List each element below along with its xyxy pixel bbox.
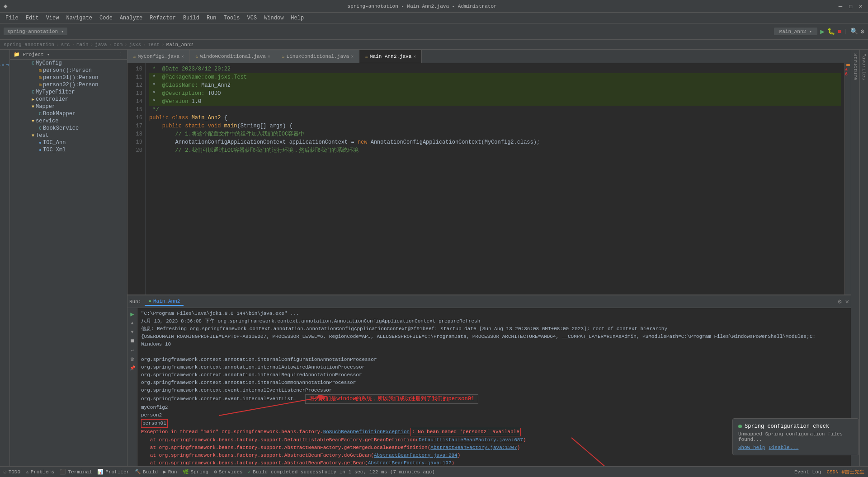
status-right: Event Log CSDN @吉士先生 — [794, 468, 864, 475]
tab-linuxconditional[interactable]: ☕ LinuxConditional.java ✕ — [276, 50, 359, 63]
breadcrumb-main[interactable]: main — [76, 42, 88, 47]
console-line-13: myConfig2 — [141, 404, 847, 412]
notification-disable[interactable]: Disable... — [769, 445, 798, 450]
notification-show-help[interactable]: Show help — [738, 445, 765, 450]
status-services[interactable]: ⚙ Services — [214, 469, 242, 475]
window-controls: — ☐ ✕ — [837, 2, 864, 10]
breadcrumb-com[interactable]: com — [113, 42, 123, 47]
left-sidebar: Proj — [0, 50, 10, 466]
wrap-button[interactable]: ↵ — [128, 346, 137, 354]
menu-vcs[interactable]: VCS — [244, 14, 261, 22]
project-panel: 📁 Project ▾ ⋮ C MyConfig m person():Pers… — [10, 50, 127, 466]
run-button[interactable]: ▶ — [820, 27, 825, 36]
status-run-btn[interactable]: ▶ Run — [163, 469, 177, 475]
tab-linuxconditional-icon: ☕ — [282, 54, 285, 60]
tree-item-person01[interactable]: m person01():Person — [10, 74, 127, 81]
status-problems[interactable]: ⚠ Problems — [26, 469, 54, 475]
maximize-button[interactable]: ☐ — [847, 2, 854, 10]
menu-analyze[interactable]: Analyze — [116, 14, 146, 22]
tree-item-test[interactable]: ▼ Test — [10, 132, 127, 139]
breadcrumb-src[interactable]: src — [61, 42, 70, 47]
clear-button[interactable]: 🗑 — [128, 355, 137, 363]
breadcrumb-class[interactable]: Main_Ann2 — [166, 42, 193, 47]
run-config-selector[interactable]: Main_Ann2 ▾ — [774, 28, 818, 35]
menu-tools[interactable]: Tools — [220, 14, 244, 22]
event-log-btn[interactable]: Event Log — [794, 468, 821, 475]
menu-view[interactable]: View — [42, 14, 63, 22]
run-config-tab[interactable]: ● Main_Ann2 — [145, 298, 184, 306]
status-spring[interactable]: 🌿 Spring — [183, 469, 209, 475]
toolbar: spring-annotation ▾ Main_Ann2 ▾ ▶ 🐛 ■ | … — [0, 23, 868, 40]
notification-popup: Spring configuration check Unmapped Spri… — [732, 418, 859, 455]
tree-item-iocxml[interactable]: ● IOC_Xml — [10, 146, 127, 154]
tab-mainann2[interactable]: ☕ Main_Ann2.java ✕ — [359, 50, 422, 63]
tree-item-iocann[interactable]: ● IOC_Ann — [10, 139, 127, 146]
close-button[interactable]: ✕ — [857, 2, 864, 10]
menu-file[interactable]: File — [2, 14, 22, 22]
console-line-11: org.springframework.context.event.intern… — [141, 387, 847, 394]
tab-myconfig2[interactable]: ☕ MyConfig2.java ✕ — [127, 50, 190, 63]
settings-button[interactable]: ⚙ — [861, 28, 864, 35]
menu-refactor[interactable]: Refactor — [146, 14, 179, 22]
tree-item-mytypefilter[interactable]: C MyTypeFilter — [10, 89, 127, 96]
breadcrumb-test[interactable]: Test — [148, 42, 160, 47]
stop-button[interactable]: ■ — [838, 28, 841, 35]
tab-windowconditional[interactable]: ☕ WindowConditional.java ✕ — [190, 50, 276, 63]
tree-item-bookservice[interactable]: C BookService — [10, 125, 127, 132]
menu-build[interactable]: Build — [179, 14, 203, 22]
console-line-1: "C:\Program Files\Java\jdk1.8.0_144\bin\… — [141, 310, 847, 318]
tree-item-person02[interactable]: m person02():Person — [10, 81, 127, 89]
search-button[interactable]: 🔍 — [850, 28, 858, 35]
stop-run-button[interactable]: ■ — [128, 337, 137, 345]
status-build[interactable]: 🔨 Build — [135, 469, 158, 475]
build-status-text: ✓ Build completed successfully in 1 sec,… — [248, 469, 435, 475]
pin-button[interactable]: 📌 — [128, 364, 137, 372]
code-line-19: AnnotationConfigApplicationContext appli… — [149, 138, 841, 146]
project-selector[interactable]: spring-annotation ▾ — [4, 28, 67, 35]
status-todo[interactable]: ☑ TODO — [4, 469, 20, 475]
code-line-14: * @Version 1.0 — [149, 98, 841, 106]
menu-run[interactable]: Run — [203, 14, 220, 22]
breadcrumb: spring-annotation › src › main › java › … — [0, 40, 868, 50]
project-icon[interactable]: Proj — [2, 51, 8, 79]
code-content[interactable]: * @Date 2023/8/12 20:22 * @PackageName:c… — [146, 63, 844, 295]
status-bar: ☑ TODO ⚠ Problems ⬛ Terminal 📊 Profiler … — [0, 466, 868, 477]
debug-button[interactable]: 🐛 — [827, 28, 835, 35]
bottom-settings-button[interactable]: ⚙ — [838, 298, 841, 305]
console-line-12: org.springframework.context.event.intern… — [141, 394, 847, 404]
console-line-3: 信息: Refreshing org.springframework.conte… — [141, 325, 847, 333]
menu-navigate[interactable]: Navigate — [62, 14, 96, 22]
minimize-button[interactable]: — — [837, 3, 844, 10]
structure-tab[interactable]: Structure — [851, 50, 859, 466]
breadcrumb-java[interactable]: java — [95, 42, 107, 47]
status-profiler[interactable]: 📊 Profiler — [97, 469, 129, 475]
bottom-close-button[interactable]: ✕ — [845, 298, 849, 305]
favorites-tab[interactable]: Favorites — [859, 50, 868, 466]
tree-item-person[interactable]: m person():Person — [10, 67, 127, 74]
menu-window[interactable]: Window — [260, 14, 287, 22]
menu-edit[interactable]: Edit — [22, 14, 42, 22]
tree-item-myconfig[interactable]: C MyConfig — [10, 60, 127, 67]
console-line-9: org.springframework.context.annotation.i… — [141, 371, 847, 379]
bottom-tab-bar: Run: ● Main_Ann2 ⚙ ✕ — [127, 295, 851, 308]
code-line-18: // 1.将这个配置文件中的组件加入我们的IOC容器中 — [149, 130, 841, 138]
tree-item-service[interactable]: ▼ service — [10, 117, 127, 125]
tree-item-mapper[interactable]: ▼ Mapper — [10, 103, 127, 110]
project-options-button[interactable]: ⋮ — [118, 51, 123, 57]
console-line-7: org.springframework.context.annotation.i… — [141, 356, 847, 364]
run-again-button[interactable]: ▶ — [128, 310, 137, 318]
console-line-6 — [141, 348, 847, 356]
breadcrumb-jsxs[interactable]: jsxs — [129, 42, 141, 47]
breadcrumb-project[interactable]: spring-annotation — [4, 42, 54, 47]
tree-item-bookmapper[interactable]: C BookMapper — [10, 110, 127, 117]
exception-link[interactable]: NoSuchBeanDefinitionException — [323, 428, 410, 436]
code-line-11: * @PackageName:com.jsxs.Test — [149, 73, 841, 81]
tree-item-controller[interactable]: ▶ controller — [10, 96, 127, 103]
menu-help[interactable]: Help — [287, 14, 307, 22]
scroll-up-button[interactable]: ▲ — [128, 319, 137, 327]
checkmark-icon: ✓ — [248, 469, 251, 475]
status-terminal[interactable]: ⬛ Terminal — [60, 469, 92, 475]
menu-code[interactable]: Code — [96, 14, 116, 22]
app-icon: ◆ — [4, 2, 7, 10]
scroll-down-button[interactable]: ▼ — [128, 328, 137, 336]
